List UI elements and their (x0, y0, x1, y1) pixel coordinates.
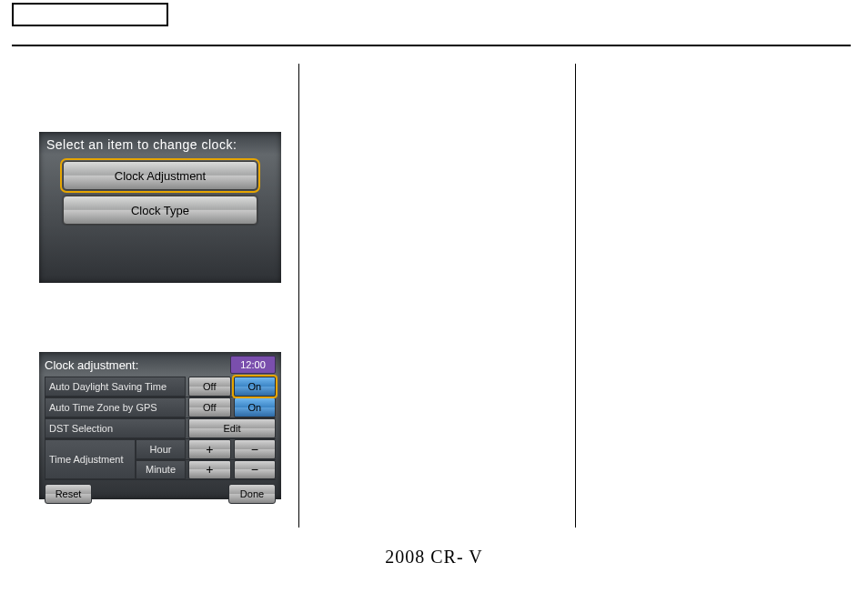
auto-dst-off[interactable]: Off (188, 377, 231, 397)
minute-plus[interactable]: + (188, 460, 231, 480)
row-label: Time Adjustment (45, 439, 136, 479)
option-clock-type[interactable]: Clock Type (63, 196, 257, 225)
row-minute: Minute + − (136, 460, 276, 480)
nav-screen-clock-adjustment: Clock adjustment: 12:00 Auto Daylight Sa… (39, 352, 281, 499)
done-button[interactable]: Done (228, 484, 276, 504)
header-placeholder-box (12, 3, 168, 26)
nav-screen-select-item: Select an item to change clock: Clock Ad… (39, 132, 281, 283)
option-label: Clock Adjustment (115, 169, 206, 183)
page-hr (12, 45, 851, 46)
time-adjustment-sub: Hour + − Minute + − (136, 439, 276, 479)
option-clock-adjustment[interactable]: Clock Adjustment (63, 161, 257, 190)
footer-text: 2008 CR- V (0, 547, 868, 568)
hour-plus[interactable]: + (188, 439, 231, 459)
reset-button[interactable]: Reset (45, 484, 92, 504)
hour-minus[interactable]: − (234, 439, 277, 459)
row-dst-selection: DST Selection Edit (45, 418, 276, 439)
bottom-buttons: Reset Done (39, 480, 281, 504)
row-hour: Hour + − (136, 439, 276, 460)
column-3 (575, 64, 851, 528)
option-label: Clock Type (131, 204, 189, 217)
sub-label: Minute (136, 460, 186, 480)
row-controls: Edit (186, 418, 276, 438)
settings-rows: Auto Daylight Saving Time Off On Auto Ti… (45, 377, 276, 480)
auto-tz-on[interactable]: On (234, 397, 277, 417)
column-1: Select an item to change clock: Clock Ad… (12, 64, 298, 528)
row-time-adjustment: Time Adjustment Hour + − Minute + − (45, 439, 276, 480)
nav-screen-title: Clock adjustment: (45, 358, 138, 372)
row-label: DST Selection (45, 418, 186, 438)
row-auto-dst: Auto Daylight Saving Time Off On (45, 377, 276, 397)
row-label: Auto Daylight Saving Time (45, 377, 186, 397)
nav-screen-options: Clock Adjustment Clock Type (39, 161, 281, 225)
sub-label: Hour (136, 439, 186, 459)
column-2 (298, 64, 575, 528)
row-auto-tz: Auto Time Zone by GPS Off On (45, 397, 276, 418)
minute-minus[interactable]: − (234, 460, 277, 480)
row-label: Auto Time Zone by GPS (45, 397, 186, 417)
row-controls: Off On (186, 397, 276, 417)
content-columns: Select an item to change clock: Clock Ad… (12, 64, 851, 528)
clock-display: 12:00 (230, 356, 276, 374)
nav-screen-title: Select an item to change clock: (39, 132, 281, 161)
nav-screen-header: Clock adjustment: 12:00 (39, 352, 281, 376)
row-controls: Off On (186, 377, 276, 397)
dst-edit-button[interactable]: Edit (188, 418, 276, 438)
auto-dst-on[interactable]: On (234, 377, 277, 397)
auto-tz-off[interactable]: Off (188, 397, 231, 417)
